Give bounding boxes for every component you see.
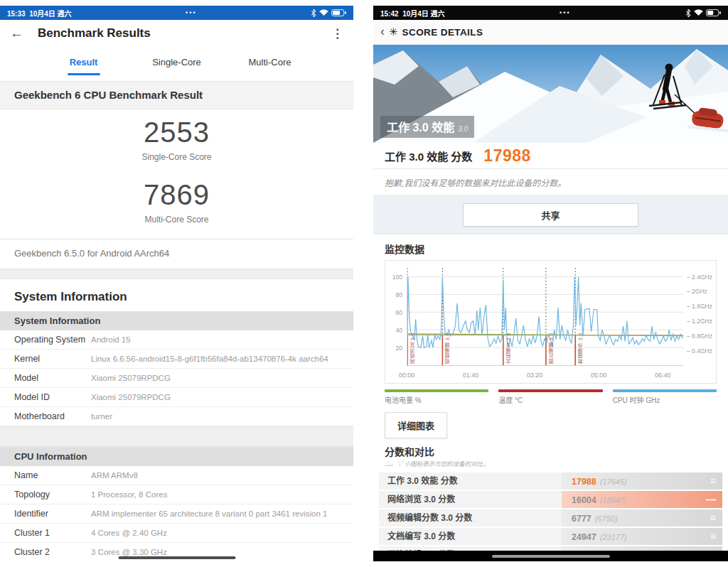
info-label: Model ID <box>0 392 91 402</box>
score-table-row[interactable]: 网络浏览 3.0 分数16004(18547)— <box>379 491 722 508</box>
legend-color-bar <box>498 389 602 392</box>
scores-comparison-note: △、▽ 小图标表示与您的设备的对比。 <box>385 459 717 468</box>
score-row-label: 网络浏览 3.0 分数 <box>379 491 562 508</box>
info-row: Cluster 14 Cores @ 2.40 GHz <box>0 524 353 543</box>
multi-core-score-label: Multi-Core Score <box>0 215 353 225</box>
chart-legend: 电池电量 %温度 °CCPU 时钟 GHz <box>385 389 717 405</box>
legend-item: CPU 时钟 GHz <box>613 389 717 405</box>
info-label: Model <box>0 373 91 383</box>
chart-x-axis: 00:0001:4003:2005:0006:40 <box>407 372 683 380</box>
score-table-row[interactable]: 视频编辑分数 3.0 分数6777(6750)≡ <box>379 509 722 526</box>
home-indicator[interactable] <box>118 556 235 559</box>
chart-left-axis: 20406080100 <box>385 268 405 366</box>
score-summary: 2553 Single-Core Score 7869 Multi-Core S… <box>0 109 353 239</box>
status-time: 15:42 <box>380 10 399 18</box>
right-axis-tick: – 1.2GHz <box>687 318 712 325</box>
right-axis-tick: – 0.8GHz <box>687 333 712 340</box>
info-row: Operating SystemAndroid 15 <box>0 330 353 350</box>
section-gap <box>0 426 353 447</box>
chart-svg <box>407 268 683 365</box>
score-value: 17988 <box>572 477 596 487</box>
multi-core-score: 7869 <box>0 179 353 210</box>
monitoring-data-title: 监控数据 <box>373 234 728 260</box>
score-value: 16004 <box>572 495 596 505</box>
score-compare-value: (17645) <box>600 477 627 486</box>
tab-multi-core[interactable]: Multi-Core <box>223 47 316 81</box>
share-strip: 共享 <box>373 195 728 234</box>
chevron-left-icon[interactable]: ‹ <box>380 24 385 39</box>
work-score-row: 工作 3.0 效能 分数 17988 <box>373 143 728 169</box>
x-axis-tick: 05:00 <box>591 372 607 379</box>
legend-item: 温度 °C <box>498 389 602 405</box>
battery-icon <box>706 9 721 16</box>
info-value: Linux 6.6.56-android15-8-g6f1fb56fa84d-a… <box>91 355 353 363</box>
left-axis-tick: 40 <box>396 327 402 334</box>
x-axis-tick: 06:40 <box>655 372 671 379</box>
score-row-label: 文档编写 3.0 分数 <box>379 528 562 545</box>
legend-item: 电池电量 % <box>385 389 488 405</box>
info-value: Android 15 <box>91 335 353 344</box>
single-core-score-label: Single-Core Score <box>0 152 353 162</box>
detailed-chart-button[interactable]: 详细图表 <box>385 412 447 438</box>
overflow-menu-icon[interactable]: ⋮ <box>331 26 343 41</box>
x-axis-tick: 01:40 <box>463 372 479 379</box>
decrease-icon[interactable]: — <box>706 491 716 508</box>
page-title: Benchmark Results <box>38 26 151 40</box>
left-axis-tick: 80 <box>396 291 402 298</box>
right-axis-tick: – 2GHz <box>687 288 707 295</box>
tab-single-core[interactable]: Single-Core <box>130 47 223 81</box>
row-menu-icon[interactable]: ≡ <box>710 472 716 490</box>
score-table-row[interactable]: 文档编写 3.0 分数24947(23177)≡ <box>379 528 722 545</box>
pcmark-logo-icon: ✳ <box>389 26 398 38</box>
score-row-label: 视频编辑分数 3.0 分数 <box>379 509 562 526</box>
info-row: Motherboardturner <box>0 407 353 426</box>
score-row-value-cell: 24947(23177)≡ <box>562 528 722 545</box>
info-row: IdentifierARM implementer 65 architectur… <box>0 504 353 524</box>
info-value: 4 Cores @ 2.40 GHz <box>91 529 353 537</box>
score-compare-value: (6750) <box>595 514 618 523</box>
legend-color-bar <box>613 389 717 392</box>
system-information-title: System Information <box>0 279 353 311</box>
score-details-header: ‹ ✳ SCORE DETAILS <box>373 20 728 45</box>
info-value: turner <box>91 412 353 421</box>
tab-result[interactable]: Result <box>37 47 130 81</box>
app-bar: ← Benchmark Results ⋮ <box>0 20 353 47</box>
cpu-information-rows: NameARM ARMv8Topology1 Processor, 8 Core… <box>0 466 353 561</box>
info-label: Identifier <box>0 509 91 519</box>
info-value: Xiaomi 25079RPDCG <box>91 393 353 401</box>
row-menu-icon[interactable]: ≡ <box>710 509 716 526</box>
system-information-subheader: System Information <box>0 311 353 330</box>
left-axis-tick: 100 <box>392 274 402 281</box>
info-row: Model IDXiaomi 25079RPDCG <box>0 388 353 407</box>
notch-dots: ••• <box>445 9 685 16</box>
legend-label: 电池电量 % <box>385 394 488 405</box>
score-compare-value: (18547) <box>600 496 627 504</box>
pcmark-screen: 15:42 10月4日 週六 ••• ‹ ✳ SCORE DETAILS <box>373 6 728 561</box>
hero-test-name: 工作 3.0 效能3.0 <box>380 116 474 138</box>
score-value: 6777 <box>572 514 592 524</box>
system-information-rows: Operating SystemAndroid 15KernelLinux 6.… <box>0 330 353 426</box>
score-value: 24947 <box>572 532 596 542</box>
back-arrow-icon[interactable]: ← <box>10 26 23 41</box>
share-button[interactable]: 共享 <box>463 203 638 227</box>
tab-bar: Result Single-Core Multi-Core <box>0 47 353 81</box>
header-title: SCORE DETAILS <box>402 27 483 38</box>
navigation-bar <box>373 551 728 561</box>
info-label: Name <box>0 470 91 480</box>
legend-color-bar <box>385 389 488 392</box>
score-table-row[interactable]: 工作 3.0 效能 分数17988(17645)≡ <box>379 472 722 490</box>
info-label: Topology <box>0 490 91 500</box>
work-score-label: 工作 3.0 效能 分数 <box>385 148 472 163</box>
status-bar: 15:42 10月4日 週六 ••• <box>373 6 728 20</box>
chart-right-axis: – 2.4GHz– 2GHz– 1.6GHz– 1.2GHz– 0.8GHz– … <box>685 268 716 366</box>
right-axis-tick: – 1.6GHz <box>687 303 712 310</box>
version-note: Geekbench 6.5.0 for Android AArch64 <box>0 239 353 269</box>
left-axis-tick: 60 <box>396 309 402 316</box>
home-indicator[interactable] <box>492 555 610 558</box>
info-value: 3 Cores @ 3.30 GHz <box>91 548 353 556</box>
wifi-icon <box>319 9 328 16</box>
row-menu-icon[interactable]: ≡ <box>710 528 716 545</box>
work-score-value: 17988 <box>483 146 530 166</box>
no-comparison-note: 抱歉,我们没有足够的数据来对比此设备的分数。 <box>373 169 728 195</box>
score-compare-value: (23177) <box>600 533 627 541</box>
